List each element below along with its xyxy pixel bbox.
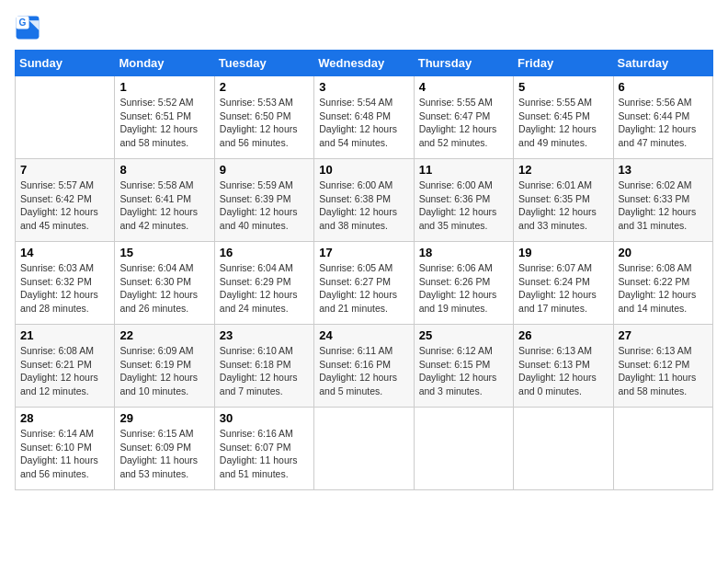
day-number: 21 <box>20 328 109 342</box>
day-header-saturday: Saturday <box>613 51 712 76</box>
day-header-sunday: Sunday <box>16 51 115 76</box>
day-number: 22 <box>119 328 209 342</box>
day-info: Sunrise: 6:06 AM Sunset: 6:26 PM Dayligh… <box>419 261 508 316</box>
day-info: Sunrise: 6:14 AM Sunset: 6:10 PM Dayligh… <box>20 427 109 481</box>
day-number: 20 <box>619 246 708 259</box>
day-info: Sunrise: 5:57 AM Sunset: 6:42 PM Dayligh… <box>20 178 109 233</box>
day-info: Sunrise: 6:13 AM Sunset: 6:13 PM Dayligh… <box>518 344 608 398</box>
calendar-cell: 24Sunrise: 6:11 AM Sunset: 6:16 PM Dayli… <box>314 325 414 408</box>
day-info: Sunrise: 5:55 AM Sunset: 6:47 PM Dayligh… <box>419 96 508 150</box>
calendar-table: SundayMondayTuesdayWednesdayThursdayFrid… <box>15 50 713 490</box>
day-header-thursday: Thursday <box>414 51 513 76</box>
day-info: Sunrise: 5:58 AM Sunset: 6:41 PM Dayligh… <box>119 178 209 233</box>
calendar-cell: 2Sunrise: 5:53 AM Sunset: 6:50 PM Daylig… <box>214 76 313 159</box>
day-info: Sunrise: 5:52 AM Sunset: 6:51 PM Dayligh… <box>119 96 209 150</box>
calendar-cell: 14Sunrise: 6:03 AM Sunset: 6:32 PM Dayli… <box>16 242 115 325</box>
day-number: 14 <box>20 246 109 259</box>
day-info: Sunrise: 6:04 AM Sunset: 6:30 PM Dayligh… <box>119 261 209 316</box>
calendar-cell: 6Sunrise: 5:56 AM Sunset: 6:44 PM Daylig… <box>613 76 712 159</box>
day-info: Sunrise: 6:00 AM Sunset: 6:38 PM Dayligh… <box>319 178 408 233</box>
day-number: 8 <box>119 163 209 177</box>
day-info: Sunrise: 6:07 AM Sunset: 6:24 PM Dayligh… <box>518 261 608 316</box>
calendar-cell: 26Sunrise: 6:13 AM Sunset: 6:13 PM Dayli… <box>514 325 613 408</box>
day-number: 11 <box>419 163 508 177</box>
day-number: 13 <box>619 163 708 177</box>
day-info: Sunrise: 6:04 AM Sunset: 6:29 PM Dayligh… <box>220 261 309 316</box>
calendar-cell: 21Sunrise: 6:08 AM Sunset: 6:21 PM Dayli… <box>16 325 115 408</box>
day-info: Sunrise: 6:11 AM Sunset: 6:16 PM Dayligh… <box>319 344 408 398</box>
calendar-cell: 18Sunrise: 6:06 AM Sunset: 6:26 PM Dayli… <box>414 242 513 325</box>
calendar-cell <box>16 76 115 159</box>
calendar-cell: 4Sunrise: 5:55 AM Sunset: 6:47 PM Daylig… <box>414 76 513 159</box>
day-info: Sunrise: 6:12 AM Sunset: 6:15 PM Dayligh… <box>419 344 508 398</box>
day-info: Sunrise: 6:15 AM Sunset: 6:09 PM Dayligh… <box>119 427 209 481</box>
calendar-week-row: 1Sunrise: 5:52 AM Sunset: 6:51 PM Daylig… <box>16 76 713 159</box>
calendar-cell: 22Sunrise: 6:09 AM Sunset: 6:19 PM Dayli… <box>115 325 214 408</box>
day-header-friday: Friday <box>514 51 613 76</box>
calendar-week-row: 7Sunrise: 5:57 AM Sunset: 6:42 PM Daylig… <box>16 159 713 242</box>
day-info: Sunrise: 5:56 AM Sunset: 6:44 PM Dayligh… <box>619 96 708 150</box>
svg-text:G: G <box>19 17 27 28</box>
calendar-cell: 13Sunrise: 6:02 AM Sunset: 6:33 PM Dayli… <box>613 159 712 242</box>
calendar-header-row: SundayMondayTuesdayWednesdayThursdayFrid… <box>16 51 713 76</box>
day-number: 7 <box>20 163 109 177</box>
calendar-week-row: 28Sunrise: 6:14 AM Sunset: 6:10 PM Dayli… <box>16 408 713 490</box>
page-header: G <box>15 15 713 40</box>
calendar-cell: 25Sunrise: 6:12 AM Sunset: 6:15 PM Dayli… <box>414 325 513 408</box>
calendar-week-row: 14Sunrise: 6:03 AM Sunset: 6:32 PM Dayli… <box>16 242 713 325</box>
day-number: 30 <box>220 411 309 425</box>
day-number: 28 <box>20 411 109 425</box>
calendar-cell: 27Sunrise: 6:13 AM Sunset: 6:12 PM Dayli… <box>613 325 712 408</box>
day-number: 12 <box>518 163 608 177</box>
calendar-cell <box>414 408 513 490</box>
day-number: 24 <box>319 328 408 342</box>
day-number: 23 <box>220 328 309 342</box>
day-number: 6 <box>619 80 708 94</box>
calendar-cell: 12Sunrise: 6:01 AM Sunset: 6:35 PM Dayli… <box>514 159 613 242</box>
calendar-cell: 29Sunrise: 6:15 AM Sunset: 6:09 PM Dayli… <box>115 408 214 490</box>
logo-icon: G <box>15 15 40 40</box>
calendar-cell: 11Sunrise: 6:00 AM Sunset: 6:36 PM Dayli… <box>414 159 513 242</box>
calendar-cell: 17Sunrise: 6:05 AM Sunset: 6:27 PM Dayli… <box>314 242 414 325</box>
day-info: Sunrise: 6:02 AM Sunset: 6:33 PM Dayligh… <box>619 178 708 233</box>
day-info: Sunrise: 6:08 AM Sunset: 6:21 PM Dayligh… <box>20 344 109 398</box>
calendar-cell: 20Sunrise: 6:08 AM Sunset: 6:22 PM Dayli… <box>613 242 712 325</box>
logo: G <box>15 15 44 40</box>
day-info: Sunrise: 6:16 AM Sunset: 6:07 PM Dayligh… <box>220 427 309 481</box>
day-number: 10 <box>319 163 408 177</box>
day-info: Sunrise: 6:00 AM Sunset: 6:36 PM Dayligh… <box>419 178 508 233</box>
day-info: Sunrise: 6:09 AM Sunset: 6:19 PM Dayligh… <box>119 344 209 398</box>
calendar-cell: 10Sunrise: 6:00 AM Sunset: 6:38 PM Dayli… <box>314 159 414 242</box>
calendar-cell: 1Sunrise: 5:52 AM Sunset: 6:51 PM Daylig… <box>115 76 214 159</box>
calendar-cell: 30Sunrise: 6:16 AM Sunset: 6:07 PM Dayli… <box>214 408 313 490</box>
calendar-cell: 15Sunrise: 6:04 AM Sunset: 6:30 PM Dayli… <box>115 242 214 325</box>
day-number: 27 <box>619 328 708 342</box>
day-number: 19 <box>518 246 608 259</box>
calendar-cell: 3Sunrise: 5:54 AM Sunset: 6:48 PM Daylig… <box>314 76 414 159</box>
calendar-cell: 7Sunrise: 5:57 AM Sunset: 6:42 PM Daylig… <box>16 159 115 242</box>
day-number: 25 <box>419 328 508 342</box>
day-number: 2 <box>220 80 309 94</box>
day-number: 26 <box>518 328 608 342</box>
day-number: 16 <box>220 246 309 259</box>
calendar-cell: 28Sunrise: 6:14 AM Sunset: 6:10 PM Dayli… <box>16 408 115 490</box>
day-info: Sunrise: 6:08 AM Sunset: 6:22 PM Dayligh… <box>619 261 708 316</box>
day-info: Sunrise: 5:55 AM Sunset: 6:45 PM Dayligh… <box>518 96 608 150</box>
day-number: 17 <box>319 246 408 259</box>
calendar-cell: 9Sunrise: 5:59 AM Sunset: 6:39 PM Daylig… <box>214 159 313 242</box>
day-info: Sunrise: 6:10 AM Sunset: 6:18 PM Dayligh… <box>220 344 309 398</box>
calendar-cell: 19Sunrise: 6:07 AM Sunset: 6:24 PM Dayli… <box>514 242 613 325</box>
calendar-cell <box>613 408 712 490</box>
day-info: Sunrise: 6:05 AM Sunset: 6:27 PM Dayligh… <box>319 261 408 316</box>
calendar-cell: 8Sunrise: 5:58 AM Sunset: 6:41 PM Daylig… <box>115 159 214 242</box>
calendar-cell <box>314 408 414 490</box>
day-header-tuesday: Tuesday <box>214 51 313 76</box>
calendar-cell: 23Sunrise: 6:10 AM Sunset: 6:18 PM Dayli… <box>214 325 313 408</box>
day-number: 15 <box>119 246 209 259</box>
day-info: Sunrise: 6:13 AM Sunset: 6:12 PM Dayligh… <box>619 344 708 398</box>
day-number: 29 <box>119 411 209 425</box>
day-number: 4 <box>419 80 508 94</box>
calendar-cell: 5Sunrise: 5:55 AM Sunset: 6:45 PM Daylig… <box>514 76 613 159</box>
calendar-cell <box>514 408 613 490</box>
day-info: Sunrise: 6:01 AM Sunset: 6:35 PM Dayligh… <box>518 178 608 233</box>
